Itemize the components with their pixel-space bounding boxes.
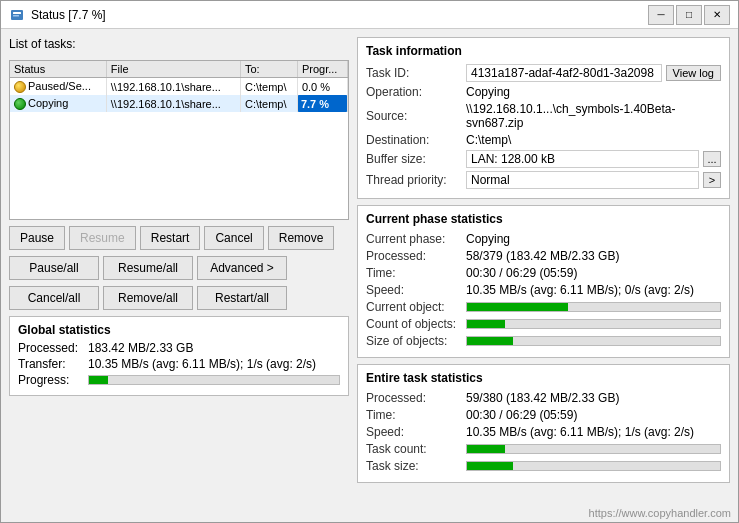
buttons-row-2: Pause/all Resume/all Advanced > (9, 256, 349, 280)
left-panel: List of tasks: Status File To: Progr... … (9, 37, 349, 514)
svg-rect-2 (13, 15, 19, 17)
source-row: Source: \\192.168.10.1...\ch_symbols-1.4… (366, 102, 721, 130)
restart-all-button[interactable]: Restart/all (197, 286, 287, 310)
task-count-fill (467, 445, 505, 453)
current-obj-row: Current object: (366, 300, 721, 314)
tasks-label: List of tasks: (9, 37, 349, 51)
thread-btn[interactable]: > (703, 172, 721, 188)
transfer-value: 10.35 MB/s (avg: 6.11 MB/s); 1/s (avg: 2… (88, 357, 340, 371)
remove-all-button[interactable]: Remove/all (103, 286, 193, 310)
task-count-row: Task count: (366, 442, 721, 456)
remove-button[interactable]: Remove (268, 226, 335, 250)
close-button[interactable]: ✕ (704, 5, 730, 25)
thread-label: Thread priority: (366, 173, 466, 187)
col-file[interactable]: File (106, 61, 240, 78)
task-count-label: Task count: (366, 442, 466, 456)
row-progress: 0.0 % (297, 78, 347, 96)
resume-button[interactable]: Resume (69, 226, 136, 250)
processed-value: 183.42 MB/2.33 GB (88, 341, 340, 355)
phase-processed-label: Processed: (366, 249, 466, 263)
global-stats-title: Global statistics (18, 323, 340, 337)
size-obj-row: Size of objects: (366, 334, 721, 348)
thread-row: Thread priority: Normal > (366, 171, 721, 189)
row-file: \\192.168.10.1\share... (106, 78, 240, 96)
restart-button[interactable]: Restart (140, 226, 201, 250)
row-to: C:\temp\ (240, 78, 297, 96)
transfer-label: Transfer: (18, 357, 88, 371)
destination-value: C:\temp\ (466, 133, 721, 147)
processed-stat-row: Processed: 183.42 MB/2.33 GB (18, 341, 340, 355)
buffer-btn[interactable]: ... (703, 151, 721, 167)
task-size-progress (466, 461, 721, 471)
entire-speed-row: Speed: 10.35 MB/s (avg: 6.11 MB/s); 1/s … (366, 425, 721, 439)
size-obj-fill (467, 337, 513, 345)
entire-processed-value: 59/380 (183.42 MB/2.33 GB) (466, 391, 721, 405)
cancel-button[interactable]: Cancel (204, 226, 263, 250)
col-status[interactable]: Status (10, 61, 106, 78)
source-label: Source: (366, 109, 466, 123)
phase-time-value: 00:30 / 06:29 (05:59) (466, 266, 721, 280)
row-file: \\192.168.10.1\share... (106, 95, 240, 112)
entire-time-label: Time: (366, 408, 466, 422)
col-progress[interactable]: Progr... (297, 61, 347, 78)
pause-all-button[interactable]: Pause/all (9, 256, 99, 280)
processed-label: Processed: (18, 341, 88, 355)
size-obj-progress (466, 336, 721, 346)
progress-label: Progress: (18, 373, 88, 387)
transfer-stat-row: Transfer: 10.35 MB/s (avg: 6.11 MB/s); 1… (18, 357, 340, 371)
buttons-row-3: Cancel/all Remove/all Restart/all (9, 286, 349, 310)
table-row[interactable]: Paused/Se...\\192.168.10.1\share...C:\te… (10, 78, 348, 96)
title-buttons: ─ □ ✕ (648, 5, 730, 25)
current-obj-fill (467, 303, 568, 311)
entire-time-row: Time: 00:30 / 06:29 (05:59) (366, 408, 721, 422)
progress-stat-row: Progress: (18, 373, 340, 387)
task-id-row: Task ID: 4131a187-adaf-4af2-80d1-3a2098 … (366, 64, 721, 82)
thread-value-group: Normal > (466, 171, 721, 189)
title-text: Status [7.7 %] (31, 8, 106, 22)
phase-time-label: Time: (366, 266, 466, 280)
cancel-all-button[interactable]: Cancel/all (9, 286, 99, 310)
operation-row: Operation: Copying (366, 85, 721, 99)
phase-speed-value: 10.35 MB/s (avg: 6.11 MB/s); 0/s (avg: 2… (466, 283, 721, 297)
main-window: Status [7.7 %] ─ □ ✕ List of tasks: Stat… (0, 0, 739, 523)
maximize-button[interactable]: □ (676, 5, 702, 25)
phase-speed-row: Speed: 10.35 MB/s (avg: 6.11 MB/s); 0/s … (366, 283, 721, 297)
resume-all-button[interactable]: Resume/all (103, 256, 193, 280)
count-obj-fill (467, 320, 505, 328)
task-list-container: Status File To: Progr... Paused/Se...\\1… (9, 60, 349, 220)
minimize-button[interactable]: ─ (648, 5, 674, 25)
global-progress-fill (89, 376, 108, 384)
svg-rect-1 (13, 12, 21, 14)
advanced-button[interactable]: Advanced > (197, 256, 287, 280)
task-size-row: Task size: (366, 459, 721, 473)
app-icon (9, 7, 25, 23)
global-stats: Global statistics Processed: 183.42 MB/2… (9, 316, 349, 396)
pause-button[interactable]: Pause (9, 226, 65, 250)
row-status: Copying (10, 95, 106, 112)
phase-row: Current phase: Copying (366, 232, 721, 246)
phase-label: Current phase: (366, 232, 466, 246)
buffer-value-group: LAN: 128.00 kB ... (466, 150, 721, 168)
count-obj-row: Count of objects: (366, 317, 721, 331)
status-indicator (14, 81, 26, 93)
task-size-label: Task size: (366, 459, 466, 473)
title-bar: Status [7.7 %] ─ □ ✕ (1, 1, 738, 29)
table-row[interactable]: Copying\\192.168.10.1\share...C:\temp\7.… (10, 95, 348, 112)
operation-label: Operation: (366, 85, 466, 99)
entire-processed-row: Processed: 59/380 (183.42 MB/2.33 GB) (366, 391, 721, 405)
current-obj-progress (466, 302, 721, 312)
destination-row: Destination: C:\temp\ (366, 133, 721, 147)
thread-value: Normal (466, 171, 699, 189)
buffer-row: Buffer size: LAN: 128.00 kB ... (366, 150, 721, 168)
view-log-button[interactable]: View log (666, 65, 721, 81)
row-progress: 7.7 % (297, 95, 347, 112)
title-bar-left: Status [7.7 %] (9, 7, 106, 23)
main-content: List of tasks: Status File To: Progr... … (1, 29, 738, 522)
task-info-section: Task information Task ID: 4131a187-adaf-… (357, 37, 730, 199)
buffer-value: LAN: 128.00 kB (466, 150, 699, 168)
phase-processed-row: Processed: 58/379 (183.42 MB/2.33 GB) (366, 249, 721, 263)
task-size-fill (467, 462, 513, 470)
col-to[interactable]: To: (240, 61, 297, 78)
global-progress-bar (88, 375, 340, 385)
task-count-progress (466, 444, 721, 454)
